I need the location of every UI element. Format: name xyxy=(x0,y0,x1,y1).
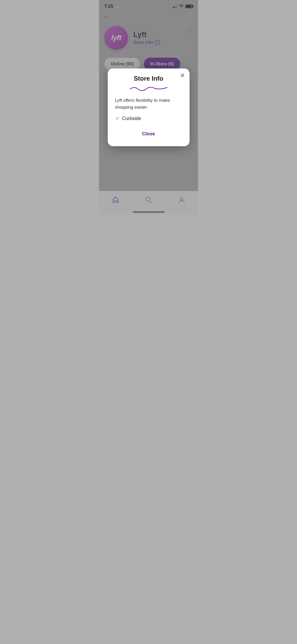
modal-title: Store Info xyxy=(115,75,182,82)
modal-close-icon[interactable]: ✕ xyxy=(180,73,185,79)
feature-curbside: Curbside xyxy=(122,116,141,121)
modal-divider xyxy=(128,85,170,91)
modal-feature-row: ✓ Curbside xyxy=(115,115,182,122)
store-info-modal: ✕ Store Info Lyft offers flexibility to … xyxy=(108,68,190,146)
modal-close-button[interactable]: Close xyxy=(115,129,182,139)
modal-description: Lyft offers flexibility to make shopping… xyxy=(115,97,182,111)
checkmark-icon: ✓ xyxy=(115,115,120,122)
